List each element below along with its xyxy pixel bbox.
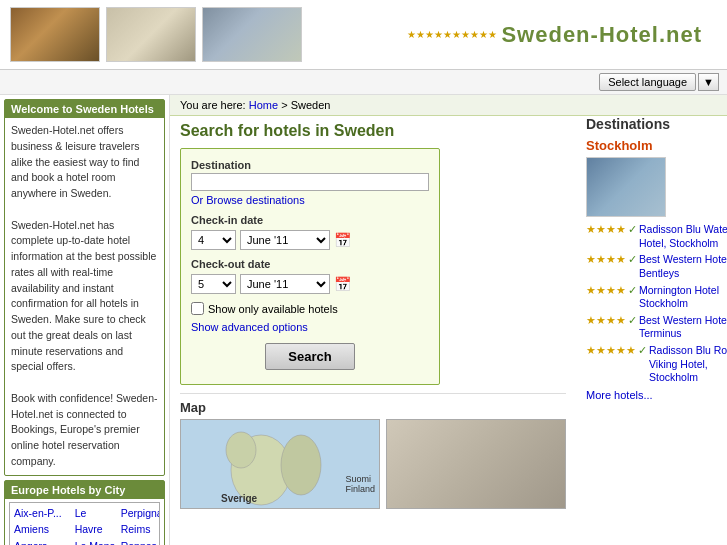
breadcrumb-current: Sweden	[291, 99, 331, 111]
search-title: Search for hotels in Sweden	[180, 122, 566, 140]
checkin-day-select[interactable]: 4	[191, 230, 236, 250]
europe-city-section: Europe Hotels by City Aix-en-P... Amiens…	[4, 480, 165, 546]
show-available-row: Show only available hotels	[191, 302, 429, 315]
show-available-checkbox[interactable]	[191, 302, 204, 315]
checkin-label: Check-in date	[191, 214, 429, 226]
checkmark-icon: ✓	[628, 314, 637, 327]
europe-city-scroll[interactable]: Aix-en-P... Amiens Angers Besancon Biarr…	[9, 502, 160, 546]
destination-label: Destination	[191, 159, 429, 171]
stockholm-title: Stockholm	[586, 138, 727, 153]
language-dropdown-arrow[interactable]: ▼	[698, 73, 719, 91]
search-content: Search for hotels in Sweden Destination …	[170, 116, 576, 515]
hotel-row: ★★★★ ✓ Mornington Hotel Stockholm	[586, 284, 727, 311]
stockholm-image-wrap	[586, 157, 727, 219]
checkin-calendar-icon[interactable]: 📅	[334, 232, 351, 248]
checkout-day-select[interactable]: 5	[191, 274, 236, 294]
checkin-inputs: 4 June '11 📅	[191, 230, 429, 250]
city-link[interactable]: Aix-en-P...	[14, 505, 71, 522]
header-image-3	[202, 7, 302, 62]
svg-point-2	[281, 435, 321, 495]
eu-stars-icon: ★★★★★★★★★★	[407, 29, 497, 40]
checkout-calendar-icon[interactable]: 📅	[334, 276, 351, 292]
stockholm-section: Stockholm ★★★★ ✓ Radisson Blu Waterfront…	[586, 138, 727, 401]
checkmark-icon: ✓	[638, 344, 647, 357]
breadcrumb-home[interactable]: Home	[249, 99, 278, 111]
city-link[interactable]: Le Havre	[75, 505, 117, 539]
map-label-sverige: Sverige	[221, 493, 257, 504]
map-title: Map	[180, 400, 566, 415]
destinations-title: Destinations	[586, 116, 727, 132]
content-middle: Search for hotels in Sweden Destination …	[170, 116, 727, 515]
hotel-link[interactable]: Mornington Hotel Stockholm	[639, 284, 727, 311]
europe-city-title: Europe Hotels by City	[5, 481, 164, 499]
breadcrumb-prefix: You are here:	[180, 99, 246, 111]
map-section: Map Sverige SuomiFinland	[180, 393, 566, 509]
stockholm-image	[586, 157, 666, 217]
destination-input[interactable]	[191, 173, 429, 191]
star-rating: ★★★★★	[586, 344, 636, 357]
europe-city-list: Aix-en-P... Amiens Angers Besancon Biarr…	[10, 503, 159, 546]
more-hotels-link[interactable]: More hotels...	[586, 389, 653, 401]
city-link[interactable]: Reims	[121, 521, 160, 538]
checkout-label: Check-out date	[191, 258, 429, 270]
star-rating: ★★★★	[586, 314, 626, 327]
map-container: Sverige SuomiFinland	[180, 419, 566, 509]
hotel-link[interactable]: Radisson Blu Waterfront Hotel, Stockholm	[639, 223, 727, 250]
checkout-row: Check-out date 5 June '11 📅	[191, 258, 429, 294]
city-link[interactable]: Rennes	[121, 538, 160, 545]
city-link[interactable]: Le Mans	[75, 538, 117, 545]
main-layout: Welcome to Sweden Hotels Sweden-Hotel.ne…	[0, 95, 727, 545]
breadcrumb-separator: >	[281, 99, 287, 111]
search-button[interactable]: Search	[265, 343, 354, 370]
search-section: Search for hotels in Sweden Destination …	[180, 122, 566, 385]
checkout-month-select[interactable]: June '11	[240, 274, 330, 294]
destinations-panel: Destinations Stockholm ★★★★ ✓ Radisson B…	[576, 116, 727, 515]
welcome-title: Welcome to Sweden Hotels	[5, 100, 164, 118]
language-select[interactable]: Select language ▼	[599, 73, 719, 91]
city-col-2: Le Havre Le Mans Lille Limoges Lisboa Ly…	[75, 505, 117, 546]
checkin-row: Check-in date 4 June '11 📅	[191, 214, 429, 250]
breadcrumb: You are here: Home > Sweden	[170, 95, 727, 116]
star-rating: ★★★★	[586, 253, 626, 266]
logo-text: Sweden-Hotel.net	[501, 22, 702, 48]
city-link[interactable]: Amiens	[14, 521, 71, 538]
language-button[interactable]: Select language	[599, 73, 696, 91]
header: ★★★★★★★★★★ Sweden-Hotel.net	[0, 0, 727, 70]
city-col-1: Aix-en-P... Amiens Angers Besancon Biarr…	[14, 505, 71, 546]
hotel-row: ★★★★ ✓ Best Western Hotel Terminus	[586, 314, 727, 341]
show-available-label: Show only available hotels	[208, 303, 338, 315]
logo-area: ★★★★★★★★★★ Sweden-Hotel.net	[356, 22, 717, 48]
city-link[interactable]: Perpignan	[121, 505, 160, 522]
star-rating: ★★★★	[586, 284, 626, 297]
city-col-3: Perpignan Reims Rennes Roissy-e... Rouen…	[121, 505, 160, 546]
header-image-2	[106, 7, 196, 62]
map-image-2	[386, 419, 566, 509]
hotel-row: ★★★★ ✓ Radisson Blu Waterfront Hotel, St…	[586, 223, 727, 250]
header-image-1	[10, 7, 100, 62]
checkmark-icon: ✓	[628, 223, 637, 236]
star-rating: ★★★★	[586, 223, 626, 236]
hotel-row: ★★★★ ✓ Best Western Hotel Bentleys	[586, 253, 727, 280]
header-images	[10, 7, 356, 62]
more-hotels-row: More hotels...	[586, 389, 727, 401]
stockholm-hotels: ★★★★ ✓ Radisson Blu Waterfront Hotel, St…	[586, 223, 727, 401]
hotel-row: ★★★★★ ✓ Radisson Blu Royal Viking Hotel,…	[586, 344, 727, 385]
center-content: You are here: Home > Sweden Search for h…	[170, 95, 727, 545]
show-advanced-link[interactable]: Show advanced options	[191, 321, 429, 333]
checkmark-icon: ✓	[628, 284, 637, 297]
hotel-link[interactable]: Radisson Blu Royal Viking Hotel, Stockho…	[649, 344, 727, 385]
hotel-link[interactable]: Best Western Hotel Bentleys	[639, 253, 727, 280]
svg-point-3	[226, 432, 256, 468]
sidebar: Welcome to Sweden Hotels Sweden-Hotel.ne…	[0, 95, 170, 545]
map-label-finland: SuomiFinland	[345, 474, 375, 494]
hotel-link[interactable]: Best Western Hotel Terminus	[639, 314, 727, 341]
checkmark-icon: ✓	[628, 253, 637, 266]
welcome-section: Welcome to Sweden Hotels Sweden-Hotel.ne…	[4, 99, 165, 476]
checkin-month-select[interactable]: June '11	[240, 230, 330, 250]
language-bar: Select language ▼	[0, 70, 727, 95]
map-image-1: Sverige SuomiFinland	[180, 419, 380, 509]
city-link[interactable]: Angers	[14, 538, 71, 545]
search-form: Destination Or Browse destinations Check…	[180, 148, 440, 385]
welcome-text: Sweden-Hotel.net offers business & leisu…	[5, 118, 164, 475]
browse-destinations-link[interactable]: Or Browse destinations	[191, 194, 305, 206]
